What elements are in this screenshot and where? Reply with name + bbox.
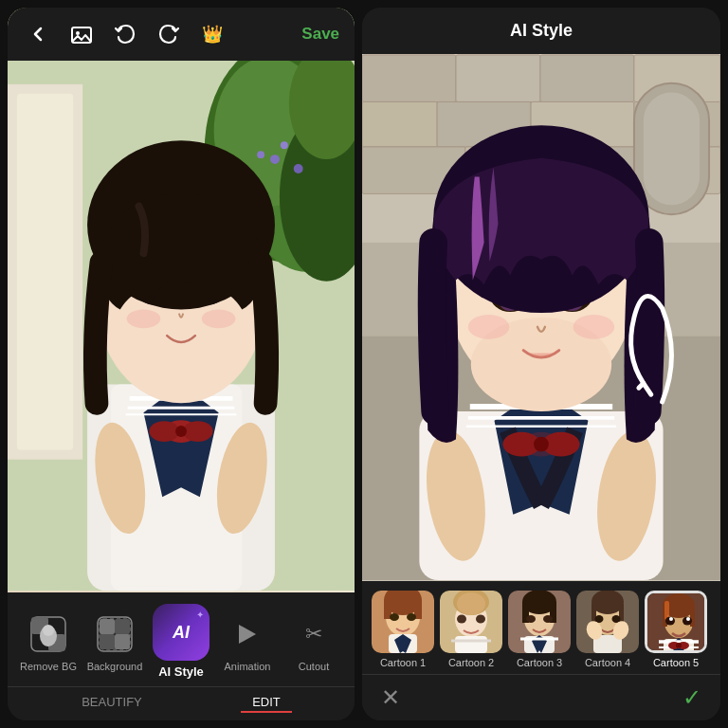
svg-rect-62 xyxy=(644,93,700,206)
svg-rect-47 xyxy=(115,634,130,649)
svg-point-124 xyxy=(595,615,604,623)
tool-background[interactable]: Background xyxy=(86,611,143,672)
save-button[interactable]: Save xyxy=(301,25,339,44)
svg-rect-49 xyxy=(362,55,456,101)
svg-point-28 xyxy=(127,309,161,328)
style-picker: Cartoon 1 xyxy=(362,581,720,674)
cutout-icon-box: ✂ xyxy=(291,611,337,657)
svg-rect-51 xyxy=(540,55,634,101)
svg-point-21 xyxy=(149,421,179,442)
right-top-bar: AI Style xyxy=(362,8,720,54)
svg-point-115 xyxy=(543,615,553,623)
cartoon-illustration xyxy=(362,54,720,581)
style-label-cartoon-3: Cartoon 3 xyxy=(517,657,562,668)
svg-point-79 xyxy=(468,315,510,339)
bottom-toolbar: Remove BG Background xyxy=(8,592,355,720)
animation-label: Animation xyxy=(225,661,271,672)
style-thumb-cartoon-5 xyxy=(645,591,707,653)
right-panel: AI Style xyxy=(362,8,720,720)
right-panel-title: AI Style xyxy=(510,21,573,41)
svg-point-11 xyxy=(294,164,303,173)
right-photo-area xyxy=(362,54,720,581)
undo-button[interactable] xyxy=(110,19,140,49)
style-label-cartoon-5: Cartoon 5 xyxy=(653,657,699,668)
remove-bg-icon xyxy=(26,611,71,657)
svg-point-9 xyxy=(270,155,280,164)
ai-style-label: AI Style xyxy=(158,664,204,679)
top-bar: 👑 Save xyxy=(8,8,355,61)
svg-rect-45 xyxy=(115,619,130,634)
svg-point-138 xyxy=(686,617,690,621)
cutout-label: Cutout xyxy=(299,661,329,672)
svg-point-145 xyxy=(676,643,682,648)
svg-point-104 xyxy=(457,592,485,615)
style-item-cartoon-5[interactable]: Cartoon 5 xyxy=(645,591,707,668)
svg-point-121 xyxy=(592,591,624,614)
bottom-tabs: BEAUTIFY EDIT xyxy=(8,686,355,717)
confirm-button[interactable]: ✓ xyxy=(682,684,701,711)
style-item-cartoon-3[interactable]: Cartoon 3 xyxy=(508,591,571,668)
style-item-cartoon-1[interactable]: Cartoon 1 xyxy=(372,591,434,668)
style-label-cartoon-4: Cartoon 4 xyxy=(585,657,630,668)
svg-point-98 xyxy=(407,613,416,621)
svg-rect-53 xyxy=(362,101,437,146)
svg-point-125 xyxy=(612,615,621,623)
ai-sparkle-icon: ✦ xyxy=(196,610,204,620)
tab-edit[interactable]: EDIT xyxy=(241,693,292,713)
gallery-button[interactable] xyxy=(66,19,97,49)
remove-bg-label: Remove BG xyxy=(20,661,77,672)
left-panel: 👑 Save xyxy=(8,8,355,720)
play-icon xyxy=(239,625,256,644)
svg-point-41 xyxy=(43,625,54,636)
premium-button[interactable]: 👑 xyxy=(197,19,228,49)
style-thumb-cartoon-4 xyxy=(576,591,639,653)
cancel-button[interactable]: ✕ xyxy=(381,684,400,711)
style-scroll: Cartoon 1 xyxy=(368,589,715,670)
redo-button[interactable] xyxy=(154,19,184,49)
svg-point-10 xyxy=(281,141,288,149)
tool-ai-style[interactable]: AI ✦ AI Style xyxy=(153,604,209,679)
svg-rect-107 xyxy=(455,636,487,653)
cutout-icon: ✂ xyxy=(297,617,331,651)
svg-point-75 xyxy=(534,437,549,452)
svg-point-105 xyxy=(457,615,466,624)
style-thumb-cartoon-3 xyxy=(508,591,571,653)
style-item-cartoon-2[interactable]: Cartoon 2 xyxy=(440,591,502,668)
svg-point-22 xyxy=(183,421,213,442)
svg-point-1 xyxy=(76,31,80,35)
svg-rect-44 xyxy=(100,619,115,634)
ai-icon-text: AI xyxy=(173,623,190,643)
svg-rect-4 xyxy=(17,94,73,450)
back-button[interactable] xyxy=(23,19,53,49)
style-thumb-cartoon-2 xyxy=(440,591,502,653)
background-label: Background xyxy=(87,661,143,672)
svg-rect-50 xyxy=(456,55,540,101)
ai-style-icon: AI ✦ xyxy=(153,604,209,661)
tool-remove-bg[interactable]: Remove BG xyxy=(20,611,77,672)
svg-point-29 xyxy=(202,309,236,328)
original-photo xyxy=(8,8,355,592)
tool-cutout[interactable]: ✂ Cutout xyxy=(285,611,342,672)
svg-point-97 xyxy=(390,613,399,621)
style-thumb-cartoon-1 xyxy=(372,591,434,653)
svg-point-23 xyxy=(175,426,187,437)
background-icon xyxy=(92,611,137,657)
right-bottom-actions: ✕ ✓ xyxy=(362,674,720,720)
style-item-cartoon-4[interactable]: Cartoon 4 xyxy=(576,591,639,668)
svg-point-137 xyxy=(669,617,673,621)
svg-point-106 xyxy=(476,615,485,624)
top-bar-left: 👑 xyxy=(23,19,228,49)
photo-area xyxy=(8,8,355,592)
tab-beautify[interactable]: BEAUTIFY xyxy=(70,693,154,713)
tool-items: Remove BG Background xyxy=(8,600,355,682)
svg-point-114 xyxy=(526,615,536,623)
tool-animation[interactable]: Animation xyxy=(219,611,276,672)
svg-point-12 xyxy=(257,151,264,158)
svg-rect-46 xyxy=(100,634,115,649)
animation-icon xyxy=(225,611,270,657)
style-label-cartoon-1: Cartoon 1 xyxy=(380,657,426,668)
style-label-cartoon-2: Cartoon 2 xyxy=(448,657,494,668)
svg-point-80 xyxy=(573,315,615,339)
